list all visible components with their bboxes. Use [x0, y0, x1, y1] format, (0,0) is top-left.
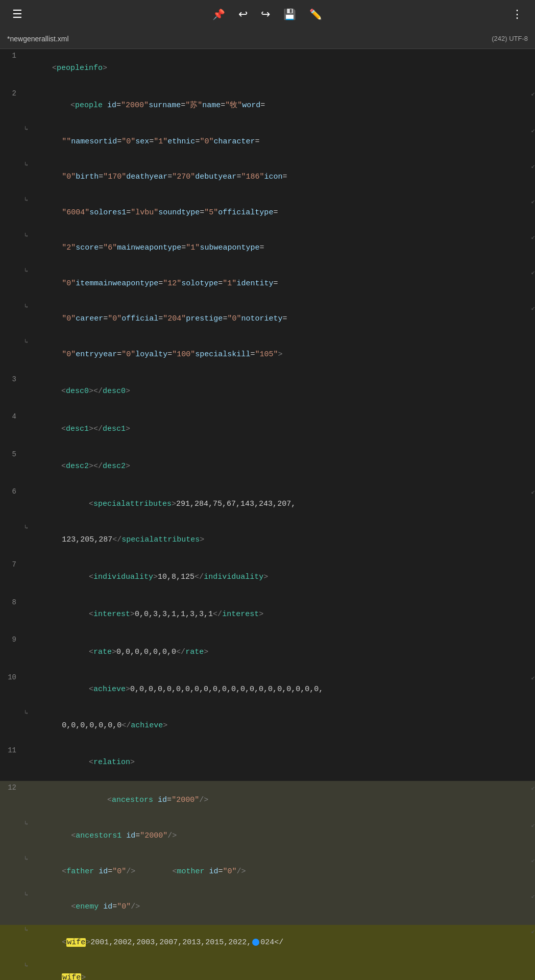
line-num-5: 5	[0, 449, 25, 458]
line-content-12[interactable]: <ancestors id="2000"/>	[25, 782, 529, 818]
code-line-2: 2 <people id="2000"surname="苏"name="牧"wo…	[0, 87, 535, 125]
tab-info: (242) UTF-8	[492, 35, 528, 42]
line-content-2[interactable]: <people id="2000"surname="苏"name="牧"word…	[25, 88, 529, 124]
tab-bar: *newgenerallist.xml (242) UTF-8	[0, 29, 535, 49]
pin-icon: 📌	[212, 8, 225, 20]
cont-content-2c[interactable]: "6004"solores1="lvbu"soundtype="5"offici…	[28, 195, 529, 230]
redo-button[interactable]: ↪	[259, 6, 272, 23]
pin-button[interactable]: 📌	[210, 6, 227, 22]
line-num-11: 11	[0, 745, 25, 754]
line-num-2: 2	[0, 88, 25, 97]
cont-line-2g: ↳ "0"entryyear="0"loyalty="100"specialsk…	[0, 337, 535, 373]
wrap-arrow-2: ↙	[529, 88, 535, 97]
cont-line-2e: ↳ "0"itemmainweapontype="12"solotype="1"…	[0, 266, 535, 302]
cont-content-2d[interactable]: "2"score="6"mainweapontype="1"subweapont…	[28, 231, 529, 266]
cont-line-10a: ↳ 0,0,0,0,0,0,0</achieve>	[0, 708, 535, 744]
line-content-10[interactable]: <achieve>0,0,0,0,0,0,0,0,0,0,0,0,0,0,0,0…	[25, 672, 529, 707]
edit-icon: ✏️	[309, 8, 322, 20]
code-line-11: 11 <relation>	[0, 744, 535, 781]
line-content-5[interactable]: <desc2></desc2>	[25, 449, 535, 484]
line-content-11[interactable]: <relation>	[25, 745, 535, 780]
line-num-7: 7	[0, 559, 25, 569]
blue-dot	[252, 939, 259, 946]
code-area: 1 <peopleinfo> 2 <people id="2000"surnam…	[0, 49, 535, 980]
line-num-3: 3	[0, 374, 25, 383]
cont-content-2f[interactable]: "0"career="0"official="204"prestige="0"n…	[28, 302, 529, 337]
cont-line-2c: ↳ "6004"solores1="lvbu"soundtype="5"offi…	[0, 195, 535, 231]
line-num-9: 9	[0, 634, 25, 644]
cont-content-10a[interactable]: 0,0,0,0,0,0,0</achieve>	[28, 708, 535, 743]
menu-button[interactable]: ☰	[10, 6, 25, 23]
code-line-5: 5 <desc2></desc2>	[0, 448, 535, 485]
line-content-3[interactable]: <desc0></desc0>	[25, 374, 535, 409]
undo-icon: ↩	[238, 8, 248, 21]
code-line-1: 1 <peopleinfo>	[0, 49, 535, 87]
cont-content-12e[interactable]: wife>	[28, 961, 535, 981]
cont-line-12a: ↳ <ancestors1 id="2000"/> ↙	[0, 819, 535, 854]
tab-filename[interactable]: *newgenerallist.xml	[7, 35, 69, 43]
code-line-4: 4 <desc1></desc1>	[0, 410, 535, 448]
cont-content-2a[interactable]: ""namesortid="0"sex="1"ethnic="0"charact…	[28, 125, 529, 159]
cont-content-12a[interactable]: <ancestors1 id="2000"/>	[28, 819, 529, 854]
menu-icon: ☰	[12, 8, 22, 21]
save-icon: 💾	[283, 8, 296, 20]
cont-line-2f: ↳ "0"career="0"official="204"prestige="0…	[0, 302, 535, 337]
cont-line-6a: ↳ 123,205,287</specialattributes>	[0, 523, 535, 558]
undo-button[interactable]: ↩	[236, 6, 250, 23]
cont-content-12c[interactable]: <enemy id="0"/>	[28, 890, 529, 925]
code-line-9: 9 <rate>0,0,0,0,0,0,0</rate>	[0, 633, 535, 671]
code-line-7: 7 <individuality>10,8,125</individuality…	[0, 558, 535, 596]
more-button[interactable]: ⋮	[509, 6, 525, 23]
cont-line-12e: ↳ wife>	[0, 961, 535, 981]
line-num-10: 10	[0, 672, 25, 681]
line-num-6: 6	[0, 486, 25, 496]
line-num-1: 1	[0, 50, 25, 60]
line-content-8[interactable]: <interest>0,0,3,3,1,1,3,3,1</interest>	[25, 597, 535, 632]
code-line-8: 8 <interest>0,0,3,3,1,1,3,3,1</interest>	[0, 596, 535, 633]
cont-content-12d[interactable]: <wife>2001,2002,2003,2007,2013,2015,2022…	[28, 925, 529, 960]
line-num-12: 12	[0, 782, 25, 792]
edit-button[interactable]: ✏️	[307, 6, 324, 22]
cont-content-2e[interactable]: "0"itemmainweapontype="12"solotype="1"id…	[28, 266, 529, 301]
cont-line-2b: ↳ "0"birth="170"deathyear="270"debutyear…	[0, 160, 535, 195]
cont-content-2b[interactable]: "0"birth="170"deathyear="270"debutyear="…	[28, 160, 529, 195]
line-content-4[interactable]: <desc1></desc1>	[25, 411, 535, 447]
cont-content-12b[interactable]: <father id="0"/> <mother id="0"/>	[28, 854, 529, 889]
cont-line-2d: ↳ "2"score="6"mainweapontype="1"subweapo…	[0, 231, 535, 266]
cont-line-2a: ↳ ""namesortid="0"sex="1"ethnic="0"chara…	[0, 124, 535, 160]
cont-line-12b: ↳ <father id="0"/> <mother id="0"/> ↙	[0, 854, 535, 890]
redo-icon: ↪	[261, 8, 270, 21]
code-line-6: 6 <specialattributes>291,284,75,67,143,2…	[0, 485, 535, 523]
line-content-1[interactable]: <peopleinfo>	[25, 50, 535, 86]
save-button[interactable]: 💾	[281, 6, 298, 22]
code-line-3: 3 <desc0></desc0>	[0, 373, 535, 410]
more-icon: ⋮	[512, 8, 523, 21]
toolbar-left: ☰	[10, 6, 25, 23]
cont-line-12d: ↳ <wife>2001,2002,2003,2007,2013,2015,20…	[0, 925, 535, 961]
toolbar-right: ⋮	[509, 6, 525, 23]
line-num-4: 4	[0, 411, 25, 421]
cont-content-6a[interactable]: 123,205,287</specialattributes>	[28, 523, 535, 558]
line-content-6[interactable]: <specialattributes>291,284,75,67,143,243…	[25, 486, 529, 522]
toolbar-center: 📌 ↩ ↪ 💾 ✏️	[210, 6, 324, 23]
code-line-10: 10 <achieve>0,0,0,0,0,0,0,0,0,0,0,0,0,0,…	[0, 671, 535, 708]
cont-content-2g[interactable]: "0"entryyear="0"loyalty="100"specialskil…	[28, 337, 535, 372]
line-content-9[interactable]: <rate>0,0,0,0,0,0,0</rate>	[25, 634, 535, 670]
line-content-7[interactable]: <individuality>10,8,125</individuality>	[25, 559, 535, 595]
code-line-12: 12 <ancestors id="2000"/> ↙	[0, 781, 535, 819]
cont-line-12c: ↳ <enemy id="0"/> ↙	[0, 890, 535, 925]
toolbar: ☰ 📌 ↩ ↪ 💾 ✏️ ⋮	[0, 0, 535, 29]
line-num-8: 8	[0, 597, 25, 606]
